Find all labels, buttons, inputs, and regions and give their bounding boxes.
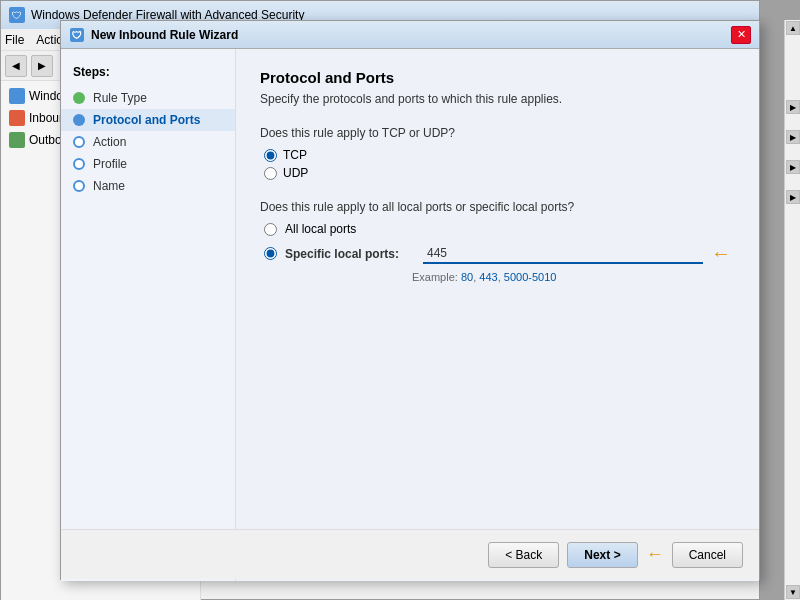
protocol-tcp-option[interactable]: TCP (264, 148, 735, 162)
step-dot-name (73, 180, 85, 192)
step-item-name[interactable]: Name (61, 175, 235, 197)
protocol-question: Does this rule apply to TCP or UDP? (260, 126, 735, 140)
example-link-range[interactable]: 5000-5010 (504, 271, 557, 283)
wizard-dialog: 🛡 New Inbound Rule Wizard ✕ Steps: Rule … (60, 20, 760, 580)
udp-label[interactable]: UDP (283, 166, 308, 180)
port-number-input[interactable] (423, 244, 703, 264)
sidebar-icon-0 (9, 88, 25, 104)
example-link-80[interactable]: 80 (461, 271, 473, 283)
protocol-radio-group: TCP UDP (260, 148, 735, 184)
bg-app-icon: 🛡 (9, 7, 25, 23)
back-button[interactable]: < Back (488, 542, 559, 568)
protocol-udp-option[interactable]: UDP (264, 166, 735, 180)
step-label-name: Name (93, 179, 125, 193)
steps-panel: Steps: Rule Type Protocol and Ports Acti… (61, 49, 236, 581)
panel-arrow-1[interactable]: ▶ (786, 100, 800, 114)
main-content-area: Protocol and Ports Specify the protocols… (236, 49, 759, 581)
example-link-443[interactable]: 443 (479, 271, 497, 283)
sidebar-icon-1 (9, 110, 25, 126)
dialog-titlebar: 🛡 New Inbound Rule Wizard ✕ (61, 21, 759, 49)
tcp-label[interactable]: TCP (283, 148, 307, 162)
toolbar-forward-btn[interactable]: ▶ (31, 55, 53, 77)
cancel-button[interactable]: Cancel (672, 542, 743, 568)
dialog-title-icon: 🛡 (69, 27, 85, 43)
all-ports-radio[interactable] (264, 223, 277, 236)
panel-arrow-4[interactable]: ▶ (786, 190, 800, 204)
step-item-action[interactable]: Action (61, 131, 235, 153)
all-ports-option[interactable]: All local ports (264, 222, 735, 236)
step-label-rule-type: Rule Type (93, 91, 147, 105)
panel-arrow-2[interactable]: ▶ (786, 130, 800, 144)
step-label-profile: Profile (93, 157, 127, 171)
scrollbar[interactable]: ▲ ▼ ▶ ▶ ▶ ▶ (784, 20, 800, 600)
cancel-arrow-icon: ← (646, 544, 664, 565)
step-dot-profile (73, 158, 85, 170)
all-ports-label[interactable]: All local ports (285, 222, 356, 236)
ports-question: Does this rule apply to all local ports … (260, 200, 735, 214)
dialog-body: Steps: Rule Type Protocol and Ports Acti… (61, 49, 759, 581)
tcp-radio[interactable] (264, 149, 277, 162)
bg-menu-file[interactable]: File (5, 33, 24, 47)
step-item-rule-type[interactable]: Rule Type (61, 87, 235, 109)
port-options: All local ports Specific local ports: ← … (260, 222, 735, 283)
step-label-protocol: Protocol and Ports (93, 113, 200, 127)
specific-ports-option[interactable]: Specific local ports: ← (264, 242, 735, 265)
step-dot-action (73, 136, 85, 148)
toolbar-back-btn[interactable]: ◀ (5, 55, 27, 77)
step-item-profile[interactable]: Profile (61, 153, 235, 175)
next-button[interactable]: Next > (567, 542, 637, 568)
scroll-up-btn[interactable]: ▲ (786, 21, 800, 35)
step-item-protocol[interactable]: Protocol and Ports (61, 109, 235, 131)
udp-radio[interactable] (264, 167, 277, 180)
specific-ports-label[interactable]: Specific local ports: (285, 247, 415, 261)
scroll-down-btn[interactable]: ▼ (786, 585, 800, 599)
dialog-close-button[interactable]: ✕ (731, 26, 751, 44)
step-label-action: Action (93, 135, 126, 149)
dialog-footer: < Back Next > ← Cancel (61, 529, 759, 579)
dialog-title-text: New Inbound Rule Wizard (91, 28, 238, 42)
step-dot-rule-type (73, 92, 85, 104)
panel-arrow-3[interactable]: ▶ (786, 160, 800, 174)
main-subtitle: Specify the protocols and ports to which… (260, 92, 735, 106)
port-input-wrapper: ← (423, 242, 735, 265)
dialog-title-area: 🛡 New Inbound Rule Wizard (69, 27, 238, 43)
svg-text:🛡: 🛡 (72, 30, 82, 41)
specific-ports-radio[interactable] (264, 247, 277, 260)
steps-title: Steps: (61, 65, 235, 87)
port-example: Example: 80, 443, 5000-5010 (412, 271, 735, 283)
port-arrow-icon: ← (711, 242, 731, 265)
main-title: Protocol and Ports (260, 69, 735, 86)
sidebar-icon-2 (9, 132, 25, 148)
step-dot-protocol (73, 114, 85, 126)
